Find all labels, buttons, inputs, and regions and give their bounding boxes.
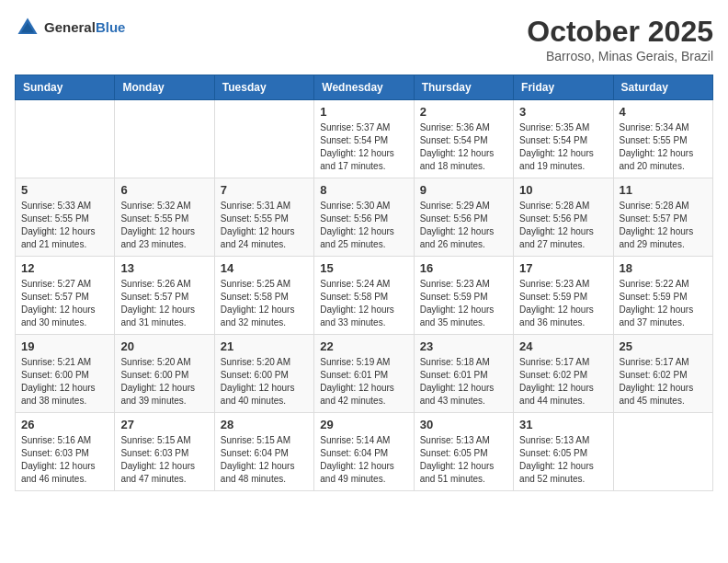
calendar-cell: 23Sunrise: 5:18 AM Sunset: 6:01 PM Dayli… <box>414 335 513 413</box>
day-info: Sunrise: 5:15 AM Sunset: 6:04 PM Dayligh… <box>221 434 308 486</box>
day-info: Sunrise: 5:31 AM Sunset: 5:55 PM Dayligh… <box>221 200 308 251</box>
calendar-cell: 14Sunrise: 5:25 AM Sunset: 5:58 PM Dayli… <box>214 257 313 335</box>
day-number: 10 <box>519 183 607 197</box>
day-number: 21 <box>221 339 308 353</box>
day-info: Sunrise: 5:28 AM Sunset: 5:56 PM Dayligh… <box>519 200 607 251</box>
calendar-cell: 31Sunrise: 5:13 AM Sunset: 6:05 PM Dayli… <box>514 413 613 491</box>
day-number: 11 <box>620 183 707 197</box>
weekday-header-sunday: Sunday <box>16 75 115 100</box>
day-info: Sunrise: 5:36 AM Sunset: 5:54 PM Dayligh… <box>420 121 507 173</box>
calendar-cell: 30Sunrise: 5:13 AM Sunset: 6:05 PM Dayli… <box>414 413 513 491</box>
weekday-header-wednesday: Wednesday <box>314 75 414 100</box>
day-info: Sunrise: 5:16 AM Sunset: 6:03 PM Dayligh… <box>21 434 108 486</box>
calendar-week-row: 1Sunrise: 5:37 AM Sunset: 5:54 PM Daylig… <box>16 100 713 178</box>
day-info: Sunrise: 5:17 AM Sunset: 6:02 PM Dayligh… <box>519 356 607 408</box>
day-number: 12 <box>21 261 108 275</box>
logo-icon <box>15 15 40 40</box>
calendar-cell: 22Sunrise: 5:19 AM Sunset: 6:01 PM Dayli… <box>314 335 414 413</box>
month-year-title: October 2025 <box>527 15 713 49</box>
calendar-cell: 12Sunrise: 5:27 AM Sunset: 5:57 PM Dayli… <box>16 257 115 335</box>
day-info: Sunrise: 5:13 AM Sunset: 6:05 PM Dayligh… <box>420 434 507 486</box>
day-number: 24 <box>519 339 607 353</box>
day-number: 15 <box>320 261 407 275</box>
day-info: Sunrise: 5:28 AM Sunset: 5:57 PM Dayligh… <box>620 200 707 251</box>
location-subtitle: Barroso, Minas Gerais, Brazil <box>527 49 713 63</box>
day-info: Sunrise: 5:15 AM Sunset: 6:03 PM Dayligh… <box>120 434 208 486</box>
day-info: Sunrise: 5:34 AM Sunset: 5:55 PM Dayligh… <box>620 121 707 173</box>
calendar-header-row: SundayMondayTuesdayWednesdayThursdayFrid… <box>16 75 713 100</box>
day-info: Sunrise: 5:20 AM Sunset: 6:00 PM Dayligh… <box>221 356 308 408</box>
day-number: 30 <box>420 418 507 431</box>
calendar-cell: 19Sunrise: 5:21 AM Sunset: 6:00 PM Dayli… <box>16 335 115 413</box>
calendar-cell: 9Sunrise: 5:29 AM Sunset: 5:56 PM Daylig… <box>414 178 513 257</box>
calendar-cell <box>613 413 712 491</box>
logo-blue-text: Blue <box>96 19 126 35</box>
calendar-cell: 7Sunrise: 5:31 AM Sunset: 5:55 PM Daylig… <box>214 178 313 257</box>
day-number: 20 <box>120 339 208 353</box>
logo-general-text: General <box>44 19 96 35</box>
day-info: Sunrise: 5:25 AM Sunset: 5:58 PM Dayligh… <box>221 278 308 329</box>
day-info: Sunrise: 5:18 AM Sunset: 6:01 PM Dayligh… <box>420 356 507 408</box>
logo: GeneralBlue <box>15 15 125 40</box>
day-number: 3 <box>519 105 607 119</box>
calendar-week-row: 19Sunrise: 5:21 AM Sunset: 6:00 PM Dayli… <box>16 335 713 413</box>
calendar-cell: 17Sunrise: 5:23 AM Sunset: 5:59 PM Dayli… <box>514 257 613 335</box>
day-info: Sunrise: 5:35 AM Sunset: 5:54 PM Dayligh… <box>519 121 607 173</box>
weekday-header-friday: Friday <box>514 75 613 100</box>
calendar-cell: 6Sunrise: 5:32 AM Sunset: 5:55 PM Daylig… <box>115 178 214 257</box>
calendar-cell: 11Sunrise: 5:28 AM Sunset: 5:57 PM Dayli… <box>613 178 712 257</box>
day-number: 13 <box>120 261 208 275</box>
day-number: 18 <box>620 261 707 275</box>
day-info: Sunrise: 5:26 AM Sunset: 5:57 PM Dayligh… <box>120 278 208 329</box>
day-number: 23 <box>420 339 507 353</box>
day-info: Sunrise: 5:19 AM Sunset: 6:01 PM Dayligh… <box>320 356 407 408</box>
weekday-header-thursday: Thursday <box>414 75 513 100</box>
calendar-cell <box>214 100 313 178</box>
day-number: 17 <box>519 261 607 275</box>
day-number: 2 <box>420 105 507 119</box>
weekday-header-monday: Monday <box>115 75 214 100</box>
day-info: Sunrise: 5:22 AM Sunset: 5:59 PM Dayligh… <box>620 278 707 329</box>
calendar-cell: 15Sunrise: 5:24 AM Sunset: 5:58 PM Dayli… <box>314 257 414 335</box>
day-info: Sunrise: 5:30 AM Sunset: 5:56 PM Dayligh… <box>320 200 407 251</box>
day-info: Sunrise: 5:21 AM Sunset: 6:00 PM Dayligh… <box>21 356 108 408</box>
calendar-cell: 13Sunrise: 5:26 AM Sunset: 5:57 PM Dayli… <box>115 257 214 335</box>
day-info: Sunrise: 5:23 AM Sunset: 5:59 PM Dayligh… <box>519 278 607 329</box>
calendar-cell: 1Sunrise: 5:37 AM Sunset: 5:54 PM Daylig… <box>314 100 414 178</box>
calendar-cell: 16Sunrise: 5:23 AM Sunset: 5:59 PM Dayli… <box>414 257 513 335</box>
day-info: Sunrise: 5:14 AM Sunset: 6:04 PM Dayligh… <box>320 434 407 486</box>
day-number: 5 <box>21 183 108 197</box>
day-number: 16 <box>420 261 507 275</box>
day-number: 1 <box>320 105 407 119</box>
day-info: Sunrise: 5:27 AM Sunset: 5:57 PM Dayligh… <box>21 278 108 329</box>
page-header: GeneralBlue October 2025 Barroso, Minas … <box>15 15 713 63</box>
day-info: Sunrise: 5:37 AM Sunset: 5:54 PM Dayligh… <box>320 121 407 173</box>
calendar-cell: 29Sunrise: 5:14 AM Sunset: 6:04 PM Dayli… <box>314 413 414 491</box>
day-number: 28 <box>221 418 308 431</box>
day-number: 8 <box>320 183 407 197</box>
day-info: Sunrise: 5:17 AM Sunset: 6:02 PM Dayligh… <box>620 356 707 408</box>
day-info: Sunrise: 5:13 AM Sunset: 6:05 PM Dayligh… <box>519 434 607 486</box>
day-info: Sunrise: 5:20 AM Sunset: 6:00 PM Dayligh… <box>120 356 208 408</box>
day-number: 25 <box>620 339 707 353</box>
day-info: Sunrise: 5:29 AM Sunset: 5:56 PM Dayligh… <box>420 200 507 251</box>
day-info: Sunrise: 5:32 AM Sunset: 5:55 PM Dayligh… <box>120 200 208 251</box>
calendar-cell: 26Sunrise: 5:16 AM Sunset: 6:03 PM Dayli… <box>16 413 115 491</box>
day-info: Sunrise: 5:33 AM Sunset: 5:55 PM Dayligh… <box>21 200 108 251</box>
day-number: 9 <box>420 183 507 197</box>
calendar-cell: 2Sunrise: 5:36 AM Sunset: 5:54 PM Daylig… <box>414 100 513 178</box>
calendar-table: SundayMondayTuesdayWednesdayThursdayFrid… <box>15 75 713 491</box>
calendar-cell: 28Sunrise: 5:15 AM Sunset: 6:04 PM Dayli… <box>214 413 313 491</box>
day-number: 22 <box>320 339 407 353</box>
title-block: October 2025 Barroso, Minas Gerais, Braz… <box>527 15 713 63</box>
calendar-week-row: 5Sunrise: 5:33 AM Sunset: 5:55 PM Daylig… <box>16 178 713 257</box>
day-number: 27 <box>120 418 208 431</box>
calendar-cell: 8Sunrise: 5:30 AM Sunset: 5:56 PM Daylig… <box>314 178 414 257</box>
calendar-cell: 3Sunrise: 5:35 AM Sunset: 5:54 PM Daylig… <box>514 100 613 178</box>
calendar-week-row: 26Sunrise: 5:16 AM Sunset: 6:03 PM Dayli… <box>16 413 713 491</box>
day-number: 26 <box>21 418 108 431</box>
calendar-week-row: 12Sunrise: 5:27 AM Sunset: 5:57 PM Dayli… <box>16 257 713 335</box>
calendar-cell: 21Sunrise: 5:20 AM Sunset: 6:00 PM Dayli… <box>214 335 313 413</box>
calendar-cell: 27Sunrise: 5:15 AM Sunset: 6:03 PM Dayli… <box>115 413 214 491</box>
calendar-cell: 10Sunrise: 5:28 AM Sunset: 5:56 PM Dayli… <box>514 178 613 257</box>
